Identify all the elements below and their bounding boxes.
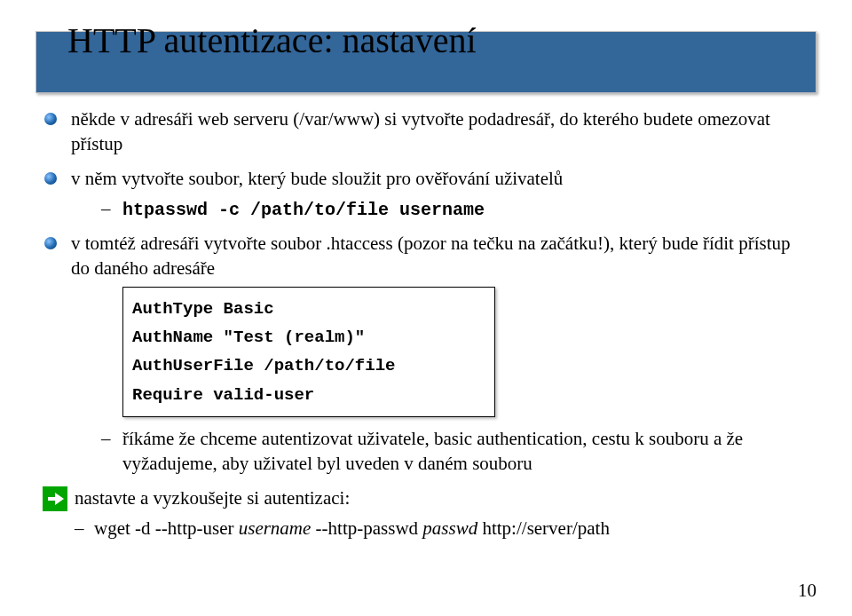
bullet-3-dash: říkáme že chceme autentizovat uživatele,… <box>71 426 809 477</box>
final-dash-list: wget -d --http-user username --http-pass… <box>75 516 809 541</box>
wget-username: username <box>239 517 312 539</box>
bullet-2-dash: htpasswd -c /path/to/file username <box>71 196 809 222</box>
bullet-list: někde v adresáři web serveru (/var/www) … <box>43 107 809 477</box>
code-line-4: Require valid-user <box>132 381 485 409</box>
bullet-3-dash-list: říkáme že chceme autentizovat uživatele,… <box>71 426 809 477</box>
arrow-icon <box>43 486 67 511</box>
page-number: 10 <box>798 580 816 602</box>
htaccess-code-box: AuthType Basic AuthName "Test (realm)" A… <box>122 287 495 417</box>
slide-title: HTTP autentizace: nastavení <box>67 20 477 61</box>
code-line-2: AuthName "Test (realm)" <box>132 323 485 351</box>
wget-url: http://server/path <box>477 517 610 539</box>
wget-mid: --http-passwd <box>311 517 422 539</box>
bullet-3: v tomtéž adresáři vytvořte soubor .htacc… <box>43 231 809 477</box>
arrow-text: nastavte a vyzkoušejte si autentizaci: <box>75 487 350 509</box>
bullet-2-dash-list: htpasswd -c /path/to/file username <box>71 196 809 222</box>
bullet-1-text: někde v adresáři web serveru (/var/www) … <box>71 108 770 154</box>
htpasswd-command: htpasswd -c /path/to/file username <box>122 200 485 220</box>
wget-passwd: passwd <box>422 517 477 539</box>
slide-content: někde v adresáři web serveru (/var/www) … <box>43 107 809 548</box>
bullet-1: někde v adresáři web serveru (/var/www) … <box>43 107 809 157</box>
code-line-3: AuthUserFile /path/to/file <box>132 351 485 380</box>
bullet-2: v něm vytvořte soubor, který bude slouži… <box>43 166 809 222</box>
code-line-1: AuthType Basic <box>132 295 485 323</box>
wget-prefix: wget -d --http-user <box>94 517 239 539</box>
bullet-3-text: v tomtéž adresáři vytvořte soubor .htacc… <box>71 233 791 279</box>
bullet-2-text: v něm vytvořte soubor, který bude slouži… <box>71 168 563 189</box>
bullet-3-dash-text: říkáme že chceme autentizovat uživatele,… <box>122 428 743 474</box>
final-dash: wget -d --http-user username --http-pass… <box>75 516 809 541</box>
arrow-row: nastavte a vyzkoušejte si autentizaci: w… <box>43 486 809 541</box>
